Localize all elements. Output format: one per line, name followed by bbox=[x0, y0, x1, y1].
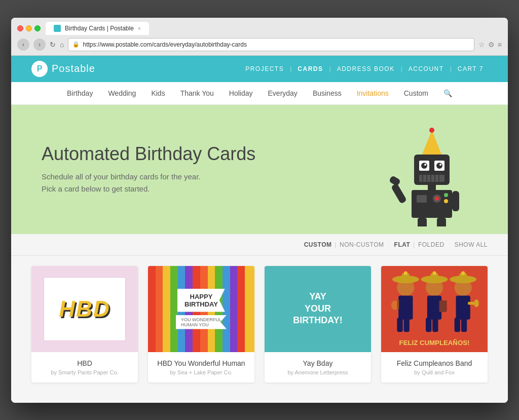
browser-titlebar: Birthday Cards | Postable × bbox=[11, 18, 508, 35]
browser-tab[interactable]: Birthday Cards | Postable × bbox=[46, 22, 149, 35]
main-navigation: Birthday Wedding Kids Thank You Holiday … bbox=[11, 82, 508, 105]
svg-rect-26 bbox=[418, 218, 427, 226]
refresh-button[interactable]: ↻ bbox=[50, 41, 56, 49]
browser-toolbar: ‹ › ↻ ⌂ 🔒 https://www.postable.com/cards… bbox=[11, 35, 508, 55]
nav-invitations[interactable]: Invitations bbox=[357, 89, 389, 97]
tab-favicon bbox=[54, 25, 61, 32]
bookmark-button[interactable]: ☆ bbox=[478, 41, 485, 49]
card-stripes-design: HAPPYBIRTHDAY YOU WONDERFULHUMAN YOU bbox=[148, 266, 254, 352]
hero-text: Automated Birthday Cards Schedule all of… bbox=[42, 143, 386, 195]
svg-point-8 bbox=[424, 164, 426, 166]
card-info-yay: Yay Bday by Anemone Letterpress bbox=[265, 352, 371, 383]
card-item-hbd[interactable]: HBD HBD by Smarty Pants Paper Co. bbox=[31, 266, 138, 383]
svg-point-9 bbox=[439, 164, 441, 166]
search-icon[interactable]: 🔍 bbox=[443, 89, 452, 97]
minimize-dot[interactable] bbox=[26, 25, 32, 31]
card-info-hbd: HBD by Smarty Pants Paper Co. bbox=[31, 352, 138, 383]
card-info-feliz: Feliz Cumpleanos Band by Quill and Fox bbox=[381, 352, 488, 383]
card-name-hbd: HBD bbox=[38, 359, 132, 367]
svg-rect-25 bbox=[452, 191, 459, 211]
svg-point-6 bbox=[421, 163, 427, 169]
site-header: P Postable PROJECTS | CARDS | ADDRESS BO… bbox=[11, 56, 508, 82]
svg-point-7 bbox=[436, 163, 442, 169]
svg-rect-16 bbox=[428, 185, 436, 190]
website-content: P Postable PROJECTS | CARDS | ADDRESS BO… bbox=[11, 56, 508, 403]
nav-thankyou[interactable]: Thank You bbox=[180, 89, 214, 97]
menu-button[interactable]: ≡ bbox=[498, 41, 502, 49]
nav-wedding[interactable]: Wedding bbox=[108, 89, 136, 97]
svg-point-37 bbox=[404, 271, 408, 275]
card-image-yay: YAYYOURBIRTHDAY! bbox=[265, 266, 371, 352]
yay-bday-text: YAYYOURBIRTHDAY! bbox=[293, 291, 342, 326]
filter-custom[interactable]: CUSTOM bbox=[304, 241, 332, 248]
tab-title: Birthday Cards | Postable bbox=[65, 25, 134, 32]
svg-rect-43 bbox=[432, 318, 438, 332]
svg-rect-34 bbox=[404, 318, 410, 332]
svg-rect-24 bbox=[389, 175, 401, 186]
nav-everyday[interactable]: Everyday bbox=[268, 89, 298, 97]
card-teal-design: YAYYOURBIRTHDAY! bbox=[265, 266, 371, 352]
hero-robot-illustration bbox=[386, 125, 477, 214]
svg-rect-52 bbox=[456, 295, 470, 319]
nav-sep-4: | bbox=[450, 65, 452, 72]
header-nav: PROJECTS | CARDS | ADDRESS BOOK | ACCOUN… bbox=[241, 65, 488, 72]
address-bar[interactable]: 🔒 https://www.postable.com/cards/everyda… bbox=[68, 38, 474, 51]
svg-point-57 bbox=[461, 271, 465, 275]
browser-chrome: Birthday Cards | Postable × ‹ › ↻ ⌂ 🔒 ht… bbox=[11, 18, 508, 56]
hero-title: Automated Birthday Cards bbox=[42, 143, 386, 165]
nav-kids[interactable]: Kids bbox=[151, 89, 165, 97]
close-dot[interactable] bbox=[17, 25, 23, 31]
nav-sep-2: | bbox=[329, 65, 331, 72]
wonderful-human-pennant: YOU WONDERFULHUMAN YOU bbox=[176, 315, 227, 329]
card-item-yay[interactable]: YAYYOURBIRTHDAY! Yay Bday by Anemone Let… bbox=[265, 266, 371, 383]
svg-rect-42 bbox=[426, 318, 431, 332]
extensions-button[interactable]: ⚙ bbox=[488, 41, 495, 49]
svg-point-1 bbox=[429, 128, 434, 133]
card-image-hbd: HBD bbox=[31, 266, 138, 352]
card-author-hbd: by Smarty Pants Paper Co. bbox=[38, 369, 132, 375]
card-info-wonderful: HBD You Wonderful Human by Sea + Lake Pa… bbox=[148, 352, 254, 383]
card-item-feliz[interactable]: FELIZ CUMPLEAÑOS! Feliz Cumpleanos Band … bbox=[381, 266, 488, 383]
home-button[interactable]: ⌂ bbox=[60, 41, 64, 49]
card-item-wonderful[interactable]: HAPPYBIRTHDAY YOU WONDERFULHUMAN YOU HBD… bbox=[148, 266, 254, 383]
svg-rect-39 bbox=[397, 299, 399, 309]
browser-dots bbox=[17, 25, 41, 31]
hero-section: Automated Birthday Cards Schedule all of… bbox=[11, 105, 508, 234]
filter-non-custom[interactable]: NON-CUSTOM bbox=[340, 241, 384, 248]
svg-rect-27 bbox=[437, 218, 446, 226]
hbd-inner-frame: HBD bbox=[44, 277, 126, 341]
svg-rect-54 bbox=[461, 318, 467, 332]
nav-business[interactable]: Business bbox=[313, 89, 342, 97]
nav-custom[interactable]: Custom bbox=[404, 89, 428, 97]
card-orange-design: FELIZ CUMPLEAÑOS! bbox=[381, 266, 488, 352]
hero-subtitle-line1: Schedule all of your birthday cards for … bbox=[42, 172, 201, 181]
show-all-button[interactable]: SHOW ALL bbox=[455, 241, 488, 248]
svg-point-20 bbox=[435, 197, 439, 201]
forward-button[interactable]: › bbox=[33, 39, 46, 51]
card-author-yay: by Anemone Letterpress bbox=[271, 369, 365, 375]
filter-folded[interactable]: FOLDED bbox=[418, 241, 444, 248]
maximize-dot[interactable] bbox=[34, 25, 41, 31]
svg-text:FELIZ CUMPLEAÑOS!: FELIZ CUMPLEAÑOS! bbox=[399, 338, 470, 346]
card-name-wonderful: HBD You Wonderful Human bbox=[154, 359, 248, 367]
back-button[interactable]: ‹ bbox=[17, 39, 29, 51]
nav-account[interactable]: ACCOUNT bbox=[404, 65, 448, 72]
nav-holiday[interactable]: Holiday bbox=[229, 89, 253, 97]
hero-subtitle: Schedule all of your birthday cards for … bbox=[42, 171, 386, 195]
svg-rect-32 bbox=[398, 295, 413, 319]
url-text: https://www.postable.com/cards/everyday/… bbox=[83, 41, 469, 48]
nav-projects[interactable]: PROJECTS bbox=[241, 65, 288, 72]
filter-shape-group: FLAT | FOLDED bbox=[394, 241, 444, 248]
card-image-wonderful: HAPPYBIRTHDAY YOU WONDERFULHUMAN YOU bbox=[148, 266, 254, 352]
svg-rect-53 bbox=[455, 318, 460, 332]
filter-flat[interactable]: FLAT bbox=[394, 241, 411, 248]
nav-birthday[interactable]: Birthday bbox=[67, 89, 93, 97]
nav-address-book[interactable]: ADDRESS BOOK bbox=[333, 65, 399, 72]
tab-close-button[interactable]: × bbox=[138, 25, 141, 31]
logo-area[interactable]: P Postable bbox=[31, 61, 95, 77]
filter-sep-1: | bbox=[335, 241, 337, 248]
svg-marker-0 bbox=[422, 130, 442, 156]
nav-cart[interactable]: CART 7 bbox=[454, 65, 488, 72]
browser-window: Birthday Cards | Postable × ‹ › ↻ ⌂ 🔒 ht… bbox=[11, 18, 508, 403]
nav-cards[interactable]: CARDS bbox=[293, 65, 327, 72]
